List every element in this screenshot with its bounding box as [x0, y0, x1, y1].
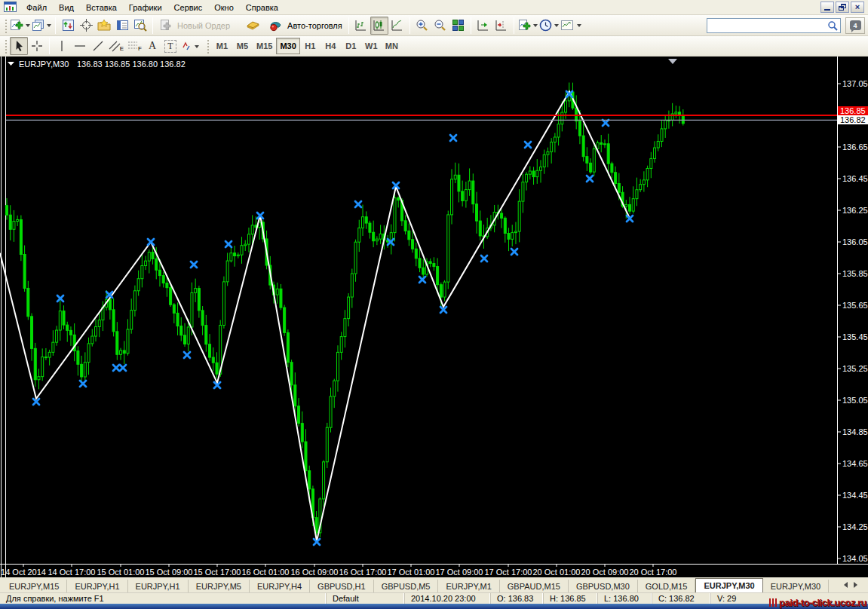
- menu-charts[interactable]: Графики: [123, 2, 168, 14]
- chart-tab[interactable]: GBPUSD,H1: [310, 580, 374, 592]
- chart-tab[interactable]: EURJPY,M1: [438, 580, 499, 592]
- minimize-button[interactable]: [820, 2, 834, 13]
- toolbar-button-templates[interactable]: [560, 17, 582, 35]
- toolbar-button-auto-scroll[interactable]: [474, 17, 492, 35]
- toolbar-button-equidistant-channel[interactable]: E: [107, 37, 125, 55]
- timeframe-m5[interactable]: M5: [232, 38, 253, 54]
- search-box: [707, 18, 841, 33]
- timeframe-d1[interactable]: D1: [341, 38, 361, 54]
- timeframe-m1[interactable]: M1: [212, 38, 232, 54]
- toolbar-grip[interactable]: [206, 38, 210, 54]
- toolbar-button-data-window[interactable]: [77, 17, 95, 35]
- chart-tab[interactable]: EURJPY,H1: [67, 580, 127, 592]
- toolbar-button-tile-windows[interactable]: [449, 17, 468, 35]
- tab-scroll-right-icon[interactable]: [854, 582, 860, 588]
- arrows-icon: [180, 40, 192, 52]
- menu-tools[interactable]: Сервис: [168, 2, 209, 14]
- toolbar-grip[interactable]: [4, 18, 8, 33]
- toolbar-button-metaeditor[interactable]: [244, 17, 262, 35]
- toolbar-separator: [471, 17, 471, 34]
- timeframe-m30[interactable]: M30: [276, 38, 299, 54]
- search-icon[interactable]: [827, 20, 838, 31]
- chart-window: 137.05136.85136.65136.45136.25136.05135.…: [0, 57, 868, 577]
- toolbar-button-new-chart[interactable]: [10, 17, 31, 35]
- svg-text:135.85: 135.85: [842, 269, 868, 278]
- toolbar-button-profiles[interactable]: [31, 17, 52, 35]
- svg-text:17 Oct 09:00: 17 Oct 09:00: [436, 568, 483, 577]
- timeframe-h4[interactable]: H4: [321, 38, 341, 54]
- toolbar-button-terminal[interactable]: [113, 17, 131, 35]
- svg-text:134.05: 134.05: [842, 554, 868, 563]
- toolbar-button-indicators[interactable]: [517, 17, 538, 35]
- auto-trading-label[interactable]: Авто-торговля: [284, 21, 345, 30]
- toolbar-button-crosshair[interactable]: [28, 37, 46, 55]
- menu-file[interactable]: Файл: [20, 2, 53, 14]
- crosshair-cursor-icon: [31, 40, 43, 52]
- restore-button[interactable]: [836, 2, 849, 13]
- status-profile[interactable]: Default: [326, 593, 404, 604]
- toolbar-button-new-order[interactable]: [156, 17, 174, 35]
- close-button[interactable]: ×: [851, 2, 864, 13]
- timeframe-m15[interactable]: M15: [253, 38, 276, 54]
- chart-tab[interactable]: GBPAUD,M15: [500, 580, 569, 592]
- timeframe-w1[interactable]: W1: [361, 38, 382, 54]
- svg-text:135.65: 135.65: [842, 301, 868, 310]
- new-chart-icon: [11, 19, 23, 32]
- toolbar-button-cursor[interactable]: [10, 37, 28, 55]
- toolbar-button-zoom-in[interactable]: [413, 17, 431, 35]
- toolbar-button-auto-trading[interactable]: [266, 17, 284, 35]
- svg-text:137.05: 137.05: [842, 79, 868, 88]
- svg-text:17 Oct 17:00: 17 Oct 17:00: [485, 568, 532, 577]
- toolbar-button-navigator[interactable]: [95, 17, 113, 35]
- bar-chart-icon: [354, 19, 367, 32]
- status-open: O: 136.83: [490, 593, 543, 604]
- chart-tab[interactable]: GBPUSD,M5: [374, 580, 439, 592]
- timeframe-h1[interactable]: H1: [300, 38, 321, 54]
- search-input[interactable]: [710, 21, 827, 30]
- chevron-down-icon: [26, 24, 30, 29]
- toolbar-button-periods[interactable]: [538, 17, 560, 35]
- menu-view[interactable]: Вид: [53, 2, 80, 14]
- chart-tab[interactable]: GBPUSD,M30: [569, 580, 638, 592]
- menu-window[interactable]: Окно: [208, 2, 240, 14]
- chart-tab[interactable]: EURJPY,M30: [763, 580, 829, 592]
- menu-help[interactable]: Справка: [240, 2, 284, 14]
- chart-title: EURJPY,M30136.83 136.85 136.80 136.82: [8, 60, 186, 69]
- minimize-icon: [824, 9, 830, 11]
- chart-canvas[interactable]: 137.05136.85136.65136.45136.25136.05135.…: [0, 57, 868, 577]
- svg-text:136.25: 136.25: [842, 206, 868, 215]
- chart-tab[interactable]: EURJPY,H1: [128, 580, 189, 592]
- svg-text:136.45: 136.45: [842, 174, 868, 183]
- toolbar-button-horizontal-line[interactable]: [71, 37, 89, 55]
- fibonacci-glyph: F: [138, 45, 142, 52]
- profiles-icon: [32, 19, 44, 32]
- auto-scroll-icon: [477, 19, 489, 32]
- toolbar-button-zoom-out[interactable]: [431, 17, 449, 35]
- notifications-button[interactable]: 4: [845, 17, 865, 34]
- toolbar-button-line-chart[interactable]: [388, 17, 406, 35]
- toolbar-grip[interactable]: [4, 38, 8, 54]
- toolbar-button-text[interactable]: A: [143, 37, 161, 55]
- chart-tab[interactable]: EURJPY,H4: [250, 580, 310, 592]
- toolbar-button-bar-chart[interactable]: [352, 17, 370, 35]
- new-order-label[interactable]: Новый Ордер: [174, 21, 233, 30]
- chart-tab[interactable]: GOLD,M15: [638, 580, 696, 592]
- toolbar-button-trendline[interactable]: [89, 37, 107, 55]
- toolbar-button-text-label[interactable]: T: [161, 37, 179, 55]
- status-low: L: 136.80: [597, 593, 652, 604]
- svg-text:134.45: 134.45: [842, 491, 868, 500]
- menu-insert[interactable]: Вставка: [80, 2, 123, 14]
- market-watch-icon: [62, 19, 75, 32]
- toolbar-button-arrows[interactable]: [179, 37, 200, 55]
- toolbar-button-fibonacci[interactable]: F: [125, 37, 143, 55]
- toolbar-button-candlestick-chart[interactable]: [370, 17, 388, 35]
- toolbar-button-chart-shift[interactable]: [492, 17, 511, 35]
- chart-tab[interactable]: EURJPY,M15: [2, 580, 67, 592]
- chart-tab[interactable]: EURJPY,M30: [695, 578, 762, 592]
- chart-tab[interactable]: EURJPY,M5: [189, 580, 250, 592]
- timeframe-mn[interactable]: MN: [382, 38, 402, 54]
- tab-scroll-left-icon[interactable]: [841, 582, 848, 588]
- toolbar-button-strategy-tester[interactable]: [131, 17, 149, 35]
- toolbar-button-vertical-line[interactable]: [53, 37, 71, 55]
- toolbar-button-market-watch[interactable]: [59, 17, 77, 35]
